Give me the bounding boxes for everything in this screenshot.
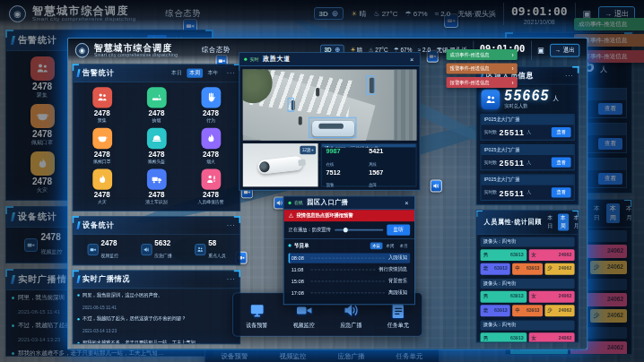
period-tab[interactable]: 本日 bbox=[370, 242, 383, 249]
alarm-tile[interactable]: 2478 佩戴头盔 bbox=[130, 127, 182, 166]
device-stat-label: 应急广播 bbox=[154, 253, 171, 257]
foreground-window[interactable]: ◉ 智慧城市综合调度 Smart city comprehensive disp… bbox=[67, 38, 587, 349]
panel-title: 告警统计 bbox=[18, 34, 57, 47]
event-toast[interactable]: 成功事件-推送信息 › bbox=[574, 18, 644, 30]
program-row[interactable]: 08:08 入园须知 bbox=[288, 253, 410, 263]
alarm-tile[interactable]: 2478 人员峰值告警 bbox=[185, 168, 237, 207]
speaker-pin-icon[interactable] bbox=[431, 180, 442, 193]
attribute-chip[interactable]: 女24062 bbox=[528, 291, 574, 303]
view-button[interactable]: 查看 bbox=[552, 158, 571, 168]
alarm-tile[interactable]: 2478 火灾 bbox=[76, 168, 128, 207]
leader-line bbox=[310, 281, 384, 282]
attribute-chip[interactable]: 女24062 bbox=[528, 332, 574, 341]
attribute-chip[interactable]: 老63913 bbox=[481, 263, 510, 275]
date-display: 2021/10/08 bbox=[511, 19, 568, 25]
period-tab[interactable]: 本年 bbox=[205, 68, 222, 77]
view-button[interactable]: 查看 bbox=[598, 103, 622, 115]
period-tab[interactable]: 本月 bbox=[570, 214, 579, 231]
alarm-label: 抽烟 bbox=[130, 117, 182, 125]
alarm-tile[interactable]: 2478 聚集 bbox=[10, 56, 74, 100]
period-tab[interactable]: 本日 bbox=[544, 214, 555, 231]
broadcast-entry[interactable]: 那我的水越难不多，老子只要站那儿一站，工夫上气短… 2021-07-20 14:… bbox=[12, 349, 207, 356]
weather-wind: ≈2.0 bbox=[435, 10, 451, 18]
view-button[interactable]: 查看 bbox=[598, 138, 622, 150]
period-tab[interactable]: 本周 bbox=[384, 242, 396, 249]
chevron-right-icon: › bbox=[512, 51, 514, 58]
alarm-tile[interactable]: 2478 聚集 bbox=[76, 86, 128, 125]
detection-box bbox=[309, 117, 356, 138]
more-icon[interactable]: ··· bbox=[565, 73, 574, 78]
alarm-count: 2478 bbox=[185, 151, 237, 159]
alarm-tile[interactable]: 2478 渣土车识别 bbox=[130, 168, 182, 207]
attribute-chip[interactable]: 少24062 bbox=[590, 261, 627, 274]
device-stat[interactable]: 58 重点人员 bbox=[195, 239, 226, 260]
broadcast-entry[interactable]: 那我的水越难不多，老子只要站那儿一站，工夫上气短… 2021-07-20 14:… bbox=[77, 340, 235, 343]
attribute-chip[interactable]: 少24062 bbox=[590, 309, 627, 323]
alarm-tile[interactable]: 2478 佩戴口罩 bbox=[10, 103, 74, 148]
close-icon[interactable]: × bbox=[408, 56, 414, 64]
pedestrian bbox=[316, 88, 319, 96]
event-toast[interactable]: 报警事件-推送信息 › bbox=[447, 77, 518, 88]
period-tab[interactable]: 本日 bbox=[590, 203, 604, 223]
listen-button[interactable]: 监听 bbox=[387, 225, 410, 236]
view-button[interactable]: 查看 bbox=[552, 127, 571, 137]
zone-name: IP025北大门广播 bbox=[481, 175, 573, 185]
program-row[interactable]: 17:08 离园须知 bbox=[288, 288, 410, 297]
event-toast[interactable]: 成功事件-推送信息 › bbox=[447, 49, 518, 60]
view-button[interactable]: 查看 bbox=[552, 187, 571, 197]
3d-mode-toggle[interactable]: 3D ⊕ bbox=[314, 7, 344, 20]
device-stat[interactable]: 5632 应急广播 bbox=[141, 239, 172, 260]
broadcast-entry[interactable]: 不过，我越陷了起头，居然这孩子仿不舍的问题？ 2021-03-14 13:23 bbox=[77, 315, 235, 335]
period-tab[interactable]: 本周 bbox=[558, 214, 569, 231]
alarm-tile[interactable]: 2478 佩戴口罩 bbox=[76, 127, 128, 166]
right-column: 区域人员信息 ··· 55665 人 实时总人数 IP025北大门广播 实时数 bbox=[476, 66, 579, 343]
event-toast[interactable]: 预警事件-推送信息 › bbox=[447, 63, 518, 73]
attribute-chip[interactable]: 女24062 bbox=[528, 249, 574, 261]
program-row[interactable]: 15:08 背景音乐 bbox=[288, 276, 410, 286]
video-popup: 实时 政胜大道 × 12路+ 通道-5830（运营状态正常） bbox=[239, 52, 420, 190]
playback-slider[interactable] bbox=[335, 229, 384, 231]
more-icon[interactable]: ··· bbox=[227, 71, 236, 75]
period-tab[interactable]: 本月 bbox=[397, 242, 410, 249]
more-icon[interactable]: ··· bbox=[227, 223, 236, 228]
period-tab[interactable]: 本周 bbox=[606, 203, 620, 223]
fullscreen-icon[interactable]: ▣ bbox=[583, 9, 591, 19]
zone-card-list: IP025北大门广播 实时数 25511 人 查看 IP025北大门广播 实时数… bbox=[477, 114, 579, 201]
close-icon[interactable]: × bbox=[404, 199, 410, 207]
video-frame[interactable] bbox=[243, 69, 417, 140]
attribute-chip[interactable]: 中63913 bbox=[512, 305, 542, 316]
broadcast-log-list[interactable]: 阿里，我当前深圳，这是小区的声音。 2021-06-15 11:41 不过，我越… bbox=[73, 289, 239, 343]
attribute-chip[interactable]: 少24062 bbox=[544, 263, 574, 275]
exit-button[interactable]: → 退出 bbox=[550, 43, 579, 56]
more-icon[interactable]: ··· bbox=[227, 277, 236, 281]
attribute-chip[interactable]: 男63913 bbox=[481, 332, 527, 341]
channel-stat-label: 预警 bbox=[326, 183, 334, 187]
tab-overview[interactable]: 综合态势 bbox=[165, 8, 201, 20]
program-time: 17:08 bbox=[292, 290, 308, 296]
alarm-tile[interactable]: 2478 抽烟 bbox=[130, 86, 182, 125]
period-tab[interactable]: 本月 bbox=[622, 203, 632, 223]
panel-accent bbox=[11, 212, 15, 221]
fullscreen-icon[interactable]: ▣ bbox=[537, 46, 544, 54]
period-tab[interactable]: 本周 bbox=[187, 68, 203, 77]
device-stat[interactable]: 2478 视频监控 bbox=[24, 233, 63, 257]
program-row[interactable]: 11:08 例行疫情消息 bbox=[288, 264, 410, 274]
zone-name: IP025北大门广播 bbox=[481, 145, 573, 155]
tab-overview[interactable]: 综合态势 bbox=[202, 45, 231, 55]
alarm-count: 2478 bbox=[130, 192, 182, 200]
attribute-chip[interactable]: 老63913 bbox=[481, 305, 510, 316]
attribute-chip[interactable]: 少24062 bbox=[544, 305, 574, 316]
period-tab[interactable]: 本日 bbox=[169, 68, 185, 77]
toolbar-button[interactable]: 设备预警 bbox=[236, 300, 278, 330]
alarm-tile[interactable]: 2478 火灾 bbox=[10, 151, 74, 195]
attribute-chip[interactable]: 男63913 bbox=[481, 249, 527, 261]
alarm-tile[interactable]: 2478 烟火 bbox=[185, 127, 237, 166]
device-stat[interactable]: 2478 视频监控 bbox=[87, 239, 118, 260]
alarm-tile[interactable]: 2478 行为 bbox=[185, 86, 237, 125]
zone-stat-label: 实时数 bbox=[484, 159, 498, 166]
alarm-label: 聚集 bbox=[10, 91, 74, 99]
view-button[interactable]: 查看 bbox=[598, 173, 622, 185]
attribute-chip[interactable]: 中63913 bbox=[512, 263, 542, 275]
broadcast-entry[interactable]: 阿里，我当前深圳，这是小区的声音。 2021-06-15 11:41 bbox=[77, 292, 235, 312]
attribute-chip[interactable]: 男63913 bbox=[481, 291, 527, 303]
